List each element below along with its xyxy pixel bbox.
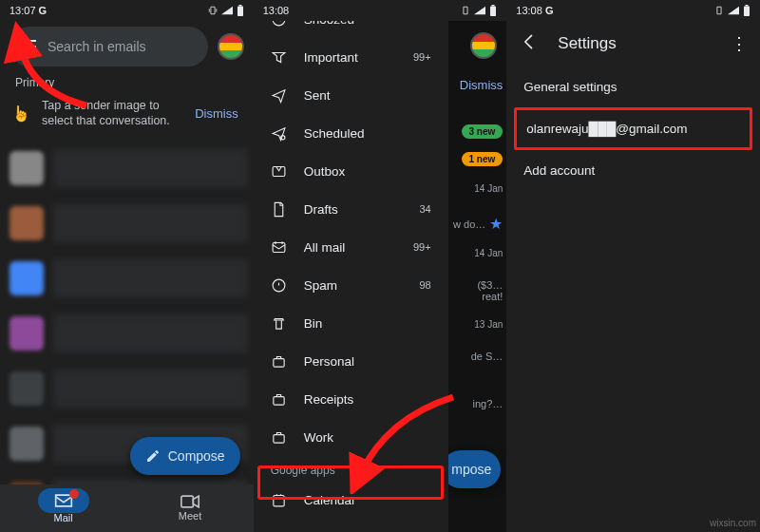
email-row[interactable]: [10, 197, 254, 250]
nav-icon: [271, 353, 287, 370]
settings-account[interactable]: olanrewaju███@gmail.com: [514, 107, 752, 150]
settings-general[interactable]: General settings: [506, 66, 760, 107]
compose-button[interactable]: Compose: [130, 437, 240, 475]
tab-mail[interactable]: Mail: [0, 484, 126, 532]
email-row[interactable]: [10, 142, 254, 195]
nav-icon: [271, 201, 287, 218]
nav-item-important[interactable]: Important99+: [254, 38, 448, 76]
compose-button[interactable]: mpose: [442, 450, 501, 488]
dismiss-button[interactable]: Dismiss: [460, 78, 504, 92]
annotation-highlight: [257, 466, 444, 500]
nav-icon: [271, 429, 287, 446]
tip-banner: ☝ Tap a sender image to select that conv…: [0, 89, 254, 142]
app-bar: Settings ⋮: [506, 21, 760, 66]
battery-icon: [237, 5, 244, 16]
new-badge: 3 new: [462, 124, 504, 139]
nav-item-all-mail[interactable]: All mail99+: [254, 228, 448, 266]
email-row[interactable]: [10, 307, 254, 360]
tab-meet[interactable]: Meet: [126, 484, 253, 532]
vibrate-icon: [461, 6, 470, 15]
nav-item-personal[interactable]: Personal: [254, 342, 448, 380]
svg-rect-3: [490, 7, 496, 17]
bottom-nav: Mail Meet: [0, 484, 254, 532]
vibrate-icon: [714, 6, 724, 15]
settings-list: General settings olanrewaju███@gmail.com…: [506, 66, 760, 191]
dismiss-button[interactable]: Dismiss: [195, 106, 238, 121]
notification-badge: [69, 489, 79, 499]
tip-text: Tap a sender image to select that conver…: [42, 99, 183, 128]
svg-rect-8: [273, 242, 285, 252]
status-bar: 13:08: [254, 0, 507, 21]
back-button[interactable]: [520, 32, 539, 56]
svg-rect-1: [238, 5, 241, 7]
pencil-icon: [145, 448, 161, 464]
svg-rect-4: [492, 5, 495, 7]
background-snippets: Dismiss 3 new 1 new 14 Jan w do…★ 14 Jan…: [446, 66, 503, 409]
nav-item-receipts[interactable]: Receipts: [254, 380, 448, 418]
watermark: wixsin.com: [710, 518, 756, 528]
nav-item-outbox[interactable]: Outbox: [254, 152, 448, 190]
signal-icon: [474, 6, 485, 15]
hamburger-icon[interactable]: [19, 40, 36, 53]
search-bar[interactable]: Search in emails: [10, 27, 208, 66]
nav-icon: [271, 391, 287, 408]
search-placeholder: Search in emails: [48, 39, 199, 54]
settings-add-account[interactable]: Add account: [506, 150, 760, 191]
nav-app-contacts[interactable]: Contacts: [254, 519, 448, 532]
page-title: Settings: [558, 34, 616, 53]
svg-rect-0: [238, 7, 243, 17]
signal-icon: [221, 6, 233, 15]
nav-item-sent[interactable]: Sent: [254, 76, 448, 114]
nav-item-work[interactable]: Work: [254, 418, 448, 456]
status-bar: 13:07 G: [0, 0, 254, 21]
account-avatar[interactable]: [218, 33, 244, 60]
video-icon: [180, 495, 200, 508]
nav-icon: [271, 315, 287, 332]
phone-inbox: 13:07 G Search in emails Primary ☝ Tap a…: [0, 0, 254, 532]
nav-item-drafts[interactable]: Drafts34: [254, 190, 448, 228]
nav-icon: [271, 277, 287, 294]
pointer-icon: ☝: [15, 104, 30, 123]
nav-icon: [271, 125, 287, 142]
vibrate-icon: [208, 6, 218, 15]
nav-icon: [271, 87, 287, 104]
svg-rect-17: [744, 7, 750, 17]
svg-rect-11: [273, 396, 283, 405]
phone-drawer: 13:08 SnoozedImportant99+SentScheduledOu…: [254, 0, 507, 532]
svg-rect-2: [181, 496, 194, 507]
svg-rect-10: [273, 358, 283, 367]
new-badge: 1 new: [462, 152, 504, 166]
section-label: Primary: [0, 72, 254, 89]
star-icon: ★: [489, 215, 503, 233]
signal-icon: [728, 6, 739, 15]
nav-drawer: SnoozedImportant99+SentScheduledOutboxDr…: [254, 0, 448, 532]
nav-icon: [271, 239, 287, 256]
nav-item-spam[interactable]: Spam98: [254, 266, 448, 304]
status-bar: 13:08 G: [506, 0, 760, 21]
nav-icon: [271, 49, 287, 66]
battery-icon: [489, 5, 497, 16]
phone-settings: 13:08 G Settings ⋮ General settings olan…: [506, 0, 760, 532]
email-row[interactable]: [10, 252, 254, 305]
svg-rect-18: [745, 5, 748, 7]
nav-icon: [271, 163, 287, 180]
battery-icon: [743, 5, 750, 16]
overflow-menu[interactable]: ⋮: [731, 33, 747, 54]
nav-item-bin[interactable]: Bin: [254, 304, 448, 342]
nav-item-scheduled[interactable]: Scheduled: [254, 114, 448, 152]
email-row[interactable]: [10, 362, 254, 415]
svg-rect-12: [273, 434, 283, 443]
